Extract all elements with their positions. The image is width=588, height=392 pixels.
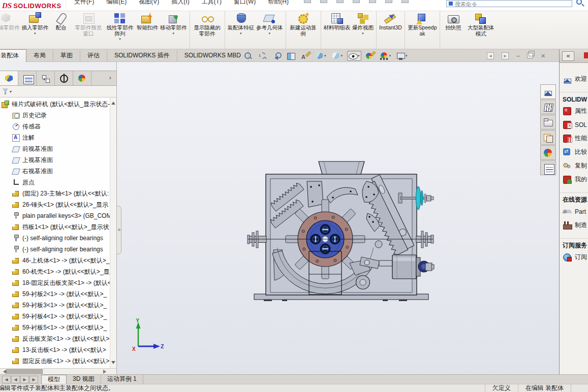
filter-dropdown-icon[interactable]: ▾ xyxy=(10,89,12,94)
menu-item[interactable]: 帮助(H) xyxy=(266,0,291,7)
document-tab[interactable]: 3D 视图 xyxy=(67,375,101,384)
save-icon[interactable] xyxy=(304,0,311,3)
tree-item[interactable]: 13-反击板<1> -> (默认<<默认> xyxy=(0,344,116,355)
tree-item[interactable]: 注解 xyxy=(0,132,116,143)
scroll-left-icon[interactable] xyxy=(1,370,6,374)
window-close[interactable]: × xyxy=(541,51,545,60)
collapse-task-pane-button[interactable]: « xyxy=(562,51,574,61)
ribbon-instant3d[interactable]: Instant3D ▾ xyxy=(378,12,403,31)
command-tab[interactable]: 装配体 xyxy=(0,49,26,62)
hud-previous-view[interactable]: ▾ xyxy=(271,51,282,60)
ribbon-motion-study[interactable]: 新建运动算例 ▾ xyxy=(288,12,319,37)
tree-item[interactable]: 59-衬板3<1> -> (默认<<默认>_ xyxy=(0,300,116,311)
task-pane-row[interactable]: 制造 xyxy=(560,218,588,232)
task-pane-row[interactable]: 复制 xyxy=(560,159,588,173)
redo-icon[interactable] xyxy=(353,0,360,3)
nav-first-tab[interactable]: ◀ xyxy=(2,376,11,383)
task-pane-row[interactable]: 在线资源 xyxy=(560,192,588,205)
hud-sketch-annotation[interactable]: ▾ xyxy=(300,51,311,60)
scroll-up-icon[interactable] xyxy=(111,100,115,105)
tree-item[interactable]: 60-机壳<1> -> (默认<<默认>_显 xyxy=(0,266,116,277)
taskpane-tab-appearances[interactable] xyxy=(540,145,556,160)
tree-item[interactable]: 固定反击板<1> -> (默认<<默认> xyxy=(0,355,116,367)
tab-propertymanager[interactable] xyxy=(18,71,37,85)
taskpane-tab-home[interactable] xyxy=(540,84,556,99)
task-pane-row[interactable]: SOLIDW xyxy=(560,92,588,104)
ribbon-snapshot[interactable]: 拍快照 ▾ xyxy=(442,12,465,31)
task-pane-row[interactable]: 订阅服务 xyxy=(560,238,588,250)
tree-item[interactable]: (-) self-aligning roller bearings xyxy=(0,244,116,255)
task-pane-row[interactable]: 我的 xyxy=(560,173,588,186)
tab-overflow-icon[interactable]: › xyxy=(109,74,111,81)
ribbon-mate[interactable]: 配合 ▾ xyxy=(49,12,73,31)
hud-view-orientation[interactable]: ▾ xyxy=(314,51,327,60)
model-hammer-crusher[interactable] xyxy=(246,142,435,305)
search-icon[interactable] xyxy=(576,0,582,5)
task-pane-row[interactable]: 欢迎 xyxy=(560,72,588,86)
ribbon-assembly-features[interactable]: 装配体特征 ▾ xyxy=(227,12,256,35)
ribbon-large-assembly[interactable]: 大型装配体模式 ▾ xyxy=(465,12,497,37)
hud-view-settings[interactable]: ▾ xyxy=(395,51,409,60)
command-tab[interactable]: SOLIDWORKS 插件 xyxy=(107,50,177,62)
task-pane-row[interactable]: 性能 xyxy=(560,132,588,145)
ribbon-show-hidden[interactable]: 显示隐藏的零部件 ▾ xyxy=(192,12,223,37)
task-pane-row[interactable]: SOL xyxy=(560,118,588,132)
command-tab[interactable]: SOLIDWORKS MBD xyxy=(177,50,249,62)
ribbon-speedpak[interactable]: 更新Speedpak ▾ xyxy=(407,12,438,37)
hud-apply-scene[interactable]: ▾ xyxy=(379,51,392,60)
ribbon-smart-fasteners[interactable]: 智能扣件 ▾ xyxy=(136,12,159,31)
nav-last-tab[interactable]: ▶ xyxy=(29,376,38,383)
tree-item[interactable]: 26-锤头<1> (默认<<默认>_显示 xyxy=(0,199,116,210)
command-search-input[interactable]: 搜索命令 xyxy=(446,0,572,7)
command-tab[interactable]: 评估 xyxy=(80,50,107,62)
tree-item[interactable]: plain parallel keys<3> (GB_COM xyxy=(0,210,116,221)
tree-item[interactable]: 右视基准面 xyxy=(0,166,116,177)
tree-horizontal-scrollbar[interactable] xyxy=(0,368,116,374)
menu-item[interactable]: 插入(I) xyxy=(169,0,191,7)
task-pane-row[interactable]: 比较 xyxy=(560,145,588,159)
scroll-down-icon[interactable] xyxy=(111,361,115,366)
ribbon-edit-component[interactable]: 编辑零部件 ▾ xyxy=(0,12,21,31)
taskpane-tab-file-explorer[interactable] xyxy=(540,115,556,129)
ribbon-bom[interactable]: 材料明细表 ▾ xyxy=(323,12,352,31)
tree-item[interactable]: (-) self-aligning roller bearings xyxy=(0,233,116,244)
tree-item[interactable]: 上视基准面 xyxy=(0,154,116,166)
hud-display-style[interactable]: ▾ xyxy=(331,51,344,60)
tree-item[interactable]: 历史记录 xyxy=(0,110,116,121)
menu-item[interactable]: 视图(V) xyxy=(137,0,161,7)
task-pane-row[interactable]: Part xyxy=(560,205,588,218)
window-next-doc[interactable]: ▸ xyxy=(502,52,509,59)
filter-icon[interactable] xyxy=(2,88,9,94)
ribbon-exploded-view[interactable]: 爆炸视图 ▾ xyxy=(351,12,375,35)
hud-zoom-to-area[interactable]: ▾ xyxy=(257,51,268,60)
task-pane-row[interactable]: 订阅 xyxy=(560,250,588,264)
rebuild-icon[interactable] xyxy=(385,0,392,3)
tab-configurationmanager[interactable] xyxy=(37,71,55,85)
menu-item[interactable]: 工具(T) xyxy=(200,0,224,7)
search-scope-icon[interactable] xyxy=(449,2,453,6)
hud-zoom-to-fit[interactable]: ▾ xyxy=(243,51,254,60)
print-icon[interactable] xyxy=(320,0,327,3)
options-icon[interactable] xyxy=(401,0,409,3)
tree-vertical-scrollbar[interactable] xyxy=(110,97,116,368)
scroll-right-icon[interactable] xyxy=(103,370,108,374)
window-prev-doc[interactable]: ◂ xyxy=(487,52,494,59)
window-minimize[interactable]: – xyxy=(516,52,519,59)
command-tab[interactable]: 布局 xyxy=(26,50,53,62)
undo-icon[interactable] xyxy=(336,0,344,3)
hud-section-view[interactable]: ▾ xyxy=(286,51,296,60)
select-icon[interactable] xyxy=(369,0,376,3)
tree-item[interactable]: 前视基准面 xyxy=(0,143,116,154)
scrollbar-thumb[interactable] xyxy=(6,369,43,374)
ribbon-reference-geometry[interactable]: 参考几何体 ▾ xyxy=(255,12,284,35)
menu-item[interactable]: 编辑(E) xyxy=(104,0,129,7)
tree-item[interactable]: (固定) 23-主轴<1> (默认<<默认: xyxy=(0,188,116,199)
panel-splitter-handle[interactable] xyxy=(117,206,121,254)
tree-item[interactable]: 18-固定反击板支架<1> -> (默认< xyxy=(0,277,116,288)
tab-featuremanager[interactable] xyxy=(0,71,18,85)
hud-edit-appearance[interactable]: ▾ xyxy=(365,51,376,60)
graphics-area[interactable]: Y Z X xyxy=(117,62,559,374)
hud-hide-show-items[interactable]: ▾ xyxy=(347,51,361,61)
nav-prev-tab[interactable]: ◀ xyxy=(11,376,20,383)
nav-next-tab[interactable]: ▶ xyxy=(20,376,29,383)
